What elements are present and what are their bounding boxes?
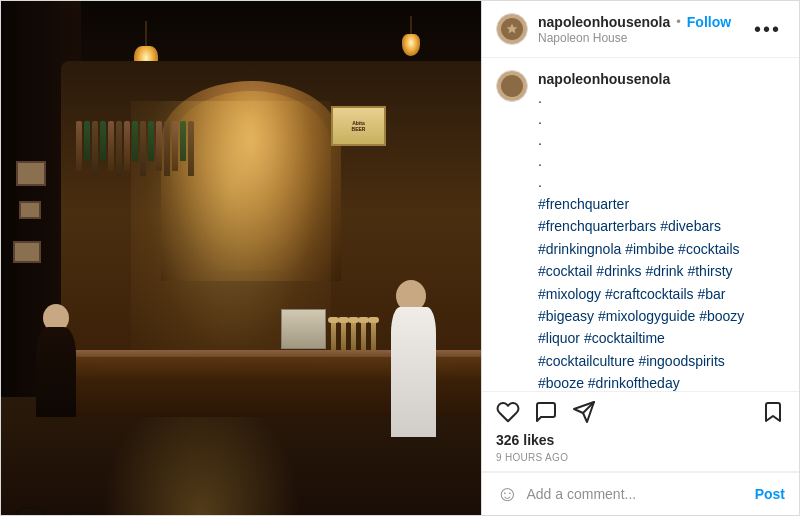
actions-row: 326 likes 9 HOURS AGO — [482, 392, 799, 472]
post-comment-button[interactable]: Post — [755, 486, 785, 502]
add-comment-row: ☺ Post — [482, 472, 799, 515]
emoji-button[interactable]: ☺ — [496, 481, 518, 507]
main-comment: napoleonhousenola . . . . . #frenchquart… — [496, 70, 785, 392]
profile-avatar[interactable] — [496, 13, 528, 45]
comment-button[interactable] — [534, 400, 558, 424]
comment-input[interactable] — [526, 486, 754, 502]
likes-count: 326 likes — [496, 432, 785, 448]
comment-username[interactable]: napoleonhousenola — [538, 71, 670, 87]
header-subtitle: Napoleon House — [538, 31, 750, 45]
post-info-panel: napoleonhousenola • Follow Napoleon Hous… — [481, 1, 799, 515]
post-header: napoleonhousenola • Follow Napoleon Hous… — [482, 1, 799, 58]
header-dot: • — [676, 14, 681, 29]
comments-area: napoleonhousenola . . . . . #frenchquart… — [482, 58, 799, 392]
comment-avatar[interactable] — [496, 70, 528, 102]
comment-hashtags: #frenchquarter #frenchquarterbars #diveb… — [538, 193, 785, 392]
post-time: 9 HOURS AGO — [496, 452, 785, 463]
comment-text-dots: . . . . . — [538, 88, 785, 193]
follow-button[interactable]: Follow — [687, 14, 731, 30]
post-image: Abita BEER — [1, 1, 481, 516]
bookmark-button[interactable] — [761, 400, 785, 424]
comment-body: napoleonhousenola . . . . . #frenchquart… — [538, 70, 785, 392]
share-button[interactable] — [572, 400, 596, 424]
header-username[interactable]: napoleonhousenola — [538, 14, 670, 30]
more-options-button[interactable]: ••• — [750, 18, 785, 41]
like-button[interactable] — [496, 400, 520, 424]
header-user-info: napoleonhousenola • Follow Napoleon Hous… — [538, 14, 750, 45]
